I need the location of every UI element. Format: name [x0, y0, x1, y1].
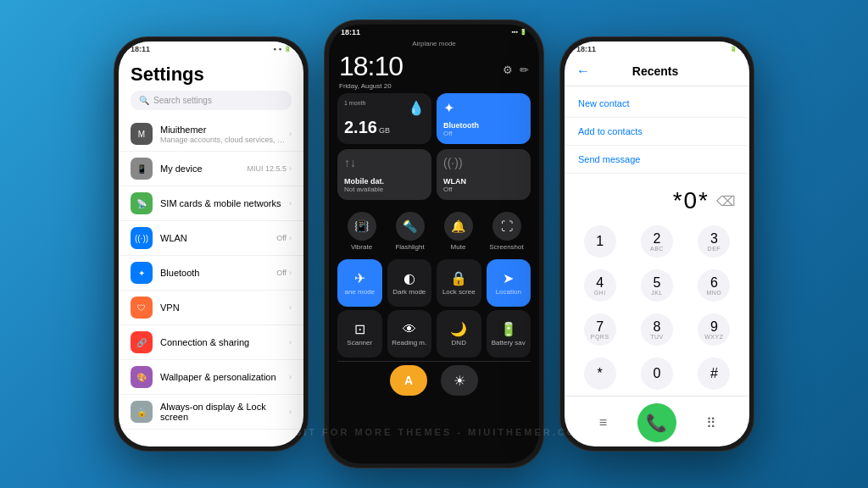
screenshot-icon: ⛶	[501, 219, 513, 233]
phone-dialer: 18:11 🔋 ← Recents New contact Add to con…	[559, 36, 754, 452]
chevron-connection: ›	[289, 338, 292, 347]
wlan-tile-status: Off	[443, 186, 524, 193]
action-row-1: ✈ ane mode ◐ Dark mode 🔒 Lock scree ➤ Lo…	[329, 259, 539, 310]
app-a-btn[interactable]: A	[390, 365, 427, 396]
edit-icon-control[interactable]: ✏	[520, 64, 529, 76]
add-to-contacts-action[interactable]: Add to contacts	[565, 118, 749, 146]
airplane-label: Airplane mode	[329, 38, 539, 49]
flashlight-icon: 🔦	[403, 219, 417, 233]
back-button[interactable]: ←	[576, 64, 590, 79]
dial-key-6[interactable]: 6 MNO	[686, 263, 743, 308]
settings-item-wallpaper[interactable]: 🎨 Wallpaper & personalization ›	[119, 360, 303, 395]
icon-bluetooth: ✦	[131, 262, 153, 284]
title-connection: Connection & sharing	[160, 337, 287, 347]
mute-btn[interactable]: 🔔 Mute	[434, 207, 482, 256]
mobile-tile-status: Not available	[344, 186, 425, 193]
send-message-action[interactable]: Send message	[565, 146, 749, 174]
status-icons: ▪ ▪ 🔋	[274, 45, 292, 53]
menu-button[interactable]: ≡	[587, 408, 618, 438]
status-bar-settings: 18:11 ▪ ▪ 🔋	[119, 42, 303, 55]
location-icon: ➤	[503, 270, 514, 286]
scanner-btn[interactable]: ⊡ Scanner	[337, 310, 382, 358]
storage-unit: GB	[379, 126, 390, 135]
mute-icon: 🔔	[451, 219, 465, 233]
dial-key-#[interactable]: #	[686, 352, 743, 396]
chevron-wallpaper: ›	[289, 373, 292, 381]
call-button[interactable]: 📞	[637, 403, 676, 442]
settings-item-vpn[interactable]: 🛡 VPN ›	[119, 291, 303, 325]
settings-item-wlan[interactable]: ((·)) WLAN Off ›	[119, 221, 303, 256]
location-btn[interactable]: ➤ Location	[487, 259, 531, 307]
settings-item-bluetooth[interactable]: ✦ Bluetooth Off ›	[119, 256, 303, 291]
control-tiles-grid: 1 month 💧 2.16 GB ✦	[329, 90, 539, 203]
dialer-display: *0* ⌫	[565, 177, 749, 219]
chevron-miuithemer: ›	[289, 130, 292, 138]
lock-screen-btn[interactable]: 🔒 Lock scree	[437, 259, 481, 307]
settings-icon-control[interactable]: ⚙	[503, 64, 513, 76]
screenshot-label: Screenshot	[489, 243, 523, 251]
scanner-icon: ⊡	[354, 321, 365, 337]
airplane-mode-btn[interactable]: ✈ ane mode	[337, 259, 382, 307]
battery-saver-btn[interactable]: 🔋 Battery sav	[487, 310, 531, 358]
bluetooth-tile[interactable]: ✦ Bluetooth Off	[437, 93, 531, 144]
vibrate-label: Vibrate	[351, 243, 372, 251]
mobile-data-tile[interactable]: ↑↓ Mobile dat. Not available	[337, 149, 431, 200]
control-date: Friday, August 20	[339, 82, 403, 90]
phones-container: 18:11 ▪ ▪ 🔋 Settings 🔍 Search settings M	[88, 0, 780, 488]
delete-button[interactable]: ⌫	[716, 193, 736, 209]
icon-vpn: 🛡	[131, 297, 153, 319]
settings-screen: 18:11 ▪ ▪ 🔋 Settings 🔍 Search settings M	[119, 42, 303, 446]
dialer-screen: 18:11 🔋 ← Recents New contact Add to con…	[565, 42, 749, 446]
phone-control: 18:11 ▪▪▪ 🔋 Airplane mode 18:10 Friday, …	[324, 19, 544, 469]
settings-item-simcards[interactable]: 📡 SIM cards & mobile networks ›	[119, 186, 303, 221]
dialpad-button[interactable]: ⠿	[696, 408, 726, 438]
settings-item-always[interactable]: 🔒 Always-on display & Lock screen ›	[119, 395, 303, 430]
dark-mode-btn[interactable]: ◐ Dark mode	[387, 259, 432, 307]
settings-search-bar[interactable]: 🔍 Search settings	[131, 91, 292, 110]
location-label: Location	[496, 288, 521, 296]
icon-always: 🔒	[131, 401, 153, 423]
brightness-btn[interactable]: ☀	[441, 365, 478, 396]
dial-key-7[interactable]: 7 PQRS	[571, 308, 628, 352]
screenshot-btn[interactable]: ⛶ Screenshot	[482, 207, 531, 256]
settings-list: M Miuithemer Manage accounts, cloud serv…	[119, 117, 303, 430]
dial-key-8[interactable]: 8 TUV	[628, 308, 685, 352]
dial-key-4[interactable]: 4 GHI	[571, 263, 628, 308]
dial-key-9[interactable]: 9 WXYZ	[686, 308, 743, 352]
dial-key-5[interactable]: 5 JKL	[628, 263, 685, 308]
icon-connection: 🔗	[131, 331, 153, 353]
dial-key-1[interactable]: 1	[571, 219, 628, 263]
bluetooth-tile-title: Bluetooth	[443, 121, 524, 130]
dark-mode-icon: ◐	[403, 270, 415, 286]
control-screen: 18:11 ▪▪▪ 🔋 Airplane mode 18:10 Friday, …	[329, 25, 539, 463]
settings-item-mydevice[interactable]: 📱 My device MIUI 12.5.5 ›	[119, 152, 303, 186]
storage-tile[interactable]: 1 month 💧 2.16 GB	[337, 93, 431, 144]
dial-key-0[interactable]: 0	[628, 352, 685, 396]
right-bluetooth: Off	[276, 269, 287, 277]
chevron-wlan: ›	[289, 234, 292, 242]
dial-key-3[interactable]: 3 DEF	[686, 219, 743, 263]
dialer-status-time: 18:11	[576, 45, 596, 53]
wlan-tile[interactable]: ((·)) WLAN Off	[437, 149, 531, 200]
vibrate-btn[interactable]: 📳 Vibrate	[337, 207, 386, 256]
reading-icon: 👁	[403, 322, 416, 337]
bluetooth-tile-status: Off	[443, 130, 524, 137]
dark-mode-label: Dark mode	[392, 288, 426, 296]
icon-simcards: 📡	[131, 192, 153, 214]
dial-key-*[interactable]: *	[571, 352, 628, 396]
new-contact-action[interactable]: New contact	[565, 90, 749, 118]
settings-item-miuithemer[interactable]: M Miuithemer Manage accounts, cloud serv…	[119, 117, 303, 152]
reading-mode-btn[interactable]: 👁 Reading m.	[387, 310, 432, 358]
settings-item-connection[interactable]: 🔗 Connection & sharing ›	[119, 325, 303, 360]
flashlight-btn[interactable]: 🔦 Flashlight	[386, 207, 434, 256]
status-time: 18:11	[131, 45, 150, 53]
chevron-vpn: ›	[289, 303, 292, 312]
status-bar-dialer: 18:11 🔋	[565, 42, 749, 55]
chevron-simcards: ›	[289, 199, 292, 208]
dial-key-2[interactable]: 2 ABC	[628, 219, 685, 263]
dial-number: *0*	[673, 187, 709, 214]
bluetooth-icon: ✦	[443, 100, 454, 116]
airplane-icon: ✈	[354, 270, 365, 286]
icon-wallpaper: 🎨	[131, 366, 153, 388]
dnd-btn[interactable]: 🌙 DND	[437, 310, 481, 358]
